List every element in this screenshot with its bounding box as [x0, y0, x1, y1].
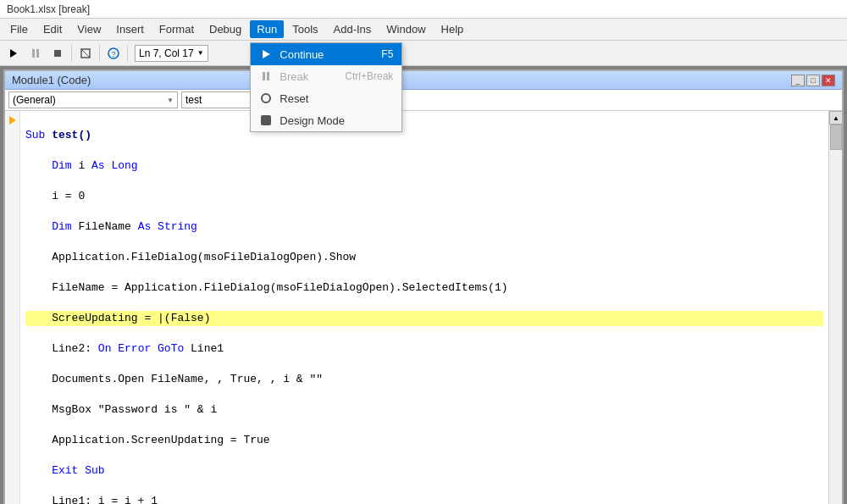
menu-format[interactable]: Format: [152, 20, 201, 38]
kw-long: Long: [111, 159, 137, 172]
line-indicator: [5, 111, 20, 504]
menu-run[interactable]: Run: [250, 20, 284, 38]
toolbar-play-btn[interactable]: [3, 43, 24, 64]
minimize-btn[interactable]: _: [791, 75, 805, 86]
design-icon: [259, 114, 273, 127]
code-line-10: MsgBox "Password is " & i: [25, 402, 823, 418]
svg-text:?: ?: [111, 50, 115, 58]
pause-icon-toolbar: [30, 48, 41, 58]
kw-exit: Exit Sub: [52, 464, 104, 477]
reset-icon: [259, 91, 273, 105]
reset-label: Reset: [280, 92, 308, 105]
status-area: Ln 7, Col 17 ▼: [131, 45, 212, 62]
menu-window[interactable]: Window: [379, 20, 432, 38]
toolbar-stop-btn[interactable]: [47, 43, 68, 64]
code-line-11: Application.ScreenUpdating = True: [25, 433, 823, 448]
kw-sub: Sub: [25, 129, 52, 141]
toolbar-sep-2: [99, 45, 100, 62]
object-dropdown-value: (General): [13, 94, 56, 106]
code-line-1: Sub test(): [25, 128, 823, 143]
scroll-arrow: ▼: [197, 49, 204, 57]
vertical-scrollbar[interactable]: ▲ ▼: [828, 111, 842, 504]
stop-icon: [53, 48, 63, 58]
toolbar-pause-btn[interactable]: [25, 43, 46, 64]
close-btn[interactable]: ✕: [822, 75, 835, 86]
kw-onerr: On Error GoTo: [98, 342, 191, 355]
code-window-title: Module1 (Code): [12, 74, 91, 86]
menu-file[interactable]: File: [3, 20, 35, 38]
run-break: Break Ctrl+Break: [251, 65, 401, 87]
code-line-12: Exit Sub: [25, 463, 823, 479]
svg-rect-1: [32, 49, 35, 58]
menu-tools[interactable]: Tools: [285, 20, 324, 38]
toolbar-help-btn[interactable]: ?: [103, 43, 124, 64]
toolbar-design-btn[interactable]: [75, 43, 96, 64]
code-line-6: FileName = Application.FileDialog(msoFil…: [25, 280, 823, 296]
code-line-8: Line2: On Error GoTo Line1: [25, 341, 823, 357]
vbe-window: Module1 (Code) _ □ ✕ (General) ▼ test ▼: [0, 66, 847, 504]
menu-insert[interactable]: Insert: [109, 20, 151, 38]
run-continue[interactable]: Continue F5: [251, 43, 401, 65]
proc-dropdown-value: test: [185, 94, 202, 106]
code-line-5: Application.FileDialog(msoFileDialogOpen…: [25, 250, 823, 265]
svg-line-5: [81, 49, 90, 58]
code-line-13: Line1: i = i + 1: [25, 494, 823, 504]
continue-label: Continue: [280, 48, 324, 61]
run-design-mode[interactable]: Design Mode: [251, 109, 401, 131]
menu-debug[interactable]: Debug: [202, 20, 248, 38]
code-line-3: i = 0: [25, 189, 823, 204]
play-icon: [8, 48, 19, 58]
ln-col-display: Ln 7, Col 17 ▼: [135, 45, 208, 62]
scroll-thumb-v[interactable]: [830, 125, 842, 150]
menu-view[interactable]: View: [70, 20, 108, 38]
ln-col-text: Ln 7, Col 17: [139, 47, 194, 59]
run-menu-container: Run Continue F5 Break Ctrl+Break: [250, 20, 284, 38]
toolbar-sep-3: [127, 45, 128, 62]
kw-dim2: Dim: [52, 220, 78, 233]
toolbar: ? Ln 7, Col 17 ▼: [0, 41, 847, 66]
design-mode-label: Design Mode: [280, 114, 345, 127]
maximize-btn[interactable]: □: [806, 75, 820, 86]
break-label: Break: [280, 70, 308, 83]
kw-dim1: Dim: [52, 159, 78, 172]
window-controls: _ □ ✕: [791, 75, 835, 86]
break-icon: [259, 69, 273, 83]
continue-icon: [259, 47, 273, 61]
code-editor[interactable]: Sub test() Dim i As Long i = 0 Dim FileN…: [5, 111, 842, 504]
svg-rect-2: [36, 49, 39, 58]
menu-help[interactable]: Help: [435, 20, 471, 38]
design-mode-icon: [80, 47, 91, 59]
object-dropdown[interactable]: (General) ▼: [8, 91, 178, 108]
toolbar-sep-1: [71, 45, 72, 62]
fn-name: test(): [52, 129, 91, 141]
menu-bar: File Edit View Insert Format Debug Run C…: [0, 19, 847, 41]
code-window-titlebar: Module1 (Code) _ □ ✕: [5, 71, 842, 90]
help-icon: ?: [108, 47, 119, 59]
current-line-marker-container: [7, 113, 19, 128]
break-shortcut: Ctrl+Break: [345, 70, 393, 82]
run-reset[interactable]: Reset: [251, 87, 401, 109]
code-line-2: Dim i As Long: [25, 158, 823, 174]
kw-as1: As: [85, 159, 111, 172]
code-window: Module1 (Code) _ □ ✕ (General) ▼ test ▼: [3, 69, 844, 504]
code-line-7: ScreeUpdating = |(False): [25, 311, 823, 326]
title-text: Book1.xlsx [break]: [7, 3, 90, 15]
svg-rect-3: [54, 50, 61, 57]
scroll-up-btn[interactable]: ▲: [829, 111, 842, 125]
menu-edit[interactable]: Edit: [36, 20, 69, 38]
svg-marker-0: [10, 49, 17, 58]
kw-string: String: [158, 220, 197, 233]
kw-as2: As: [131, 220, 158, 233]
code-content[interactable]: Sub test() Dim i As Long i = 0 Dim FileN…: [20, 111, 828, 504]
menu-addins[interactable]: Add-Ins: [327, 20, 379, 38]
code-toolbar: (General) ▼ test ▼: [5, 90, 842, 111]
code-line-9: Documents.Open FileName, , True, , i & "…: [25, 372, 823, 387]
scroll-track-v[interactable]: [829, 125, 842, 504]
current-line-arrow: [9, 116, 16, 125]
continue-shortcut: F5: [381, 48, 393, 60]
code-line-4: Dim FileName As String: [25, 219, 823, 235]
run-dropdown: Continue F5 Break Ctrl+Break Reset: [250, 42, 402, 132]
title-bar: Book1.xlsx [break]: [0, 0, 847, 19]
object-dropdown-arrow: ▼: [167, 97, 174, 104]
